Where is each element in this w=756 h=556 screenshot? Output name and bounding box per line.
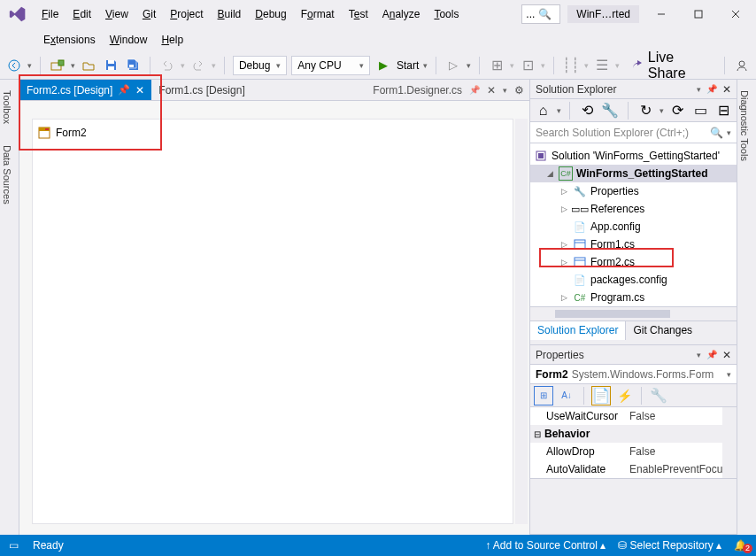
tree-appconfig[interactable]: 📄 App.config — [530, 218, 737, 236]
menu-edit[interactable]: Edit — [66, 4, 97, 24]
start-button[interactable]: ▶ — [374, 56, 392, 75]
expander-icon[interactable]: ▷ — [559, 205, 569, 213]
se-scope-icon[interactable]: ⟲ — [578, 101, 597, 120]
quick-search[interactable]: ... 🔍 — [521, 4, 560, 24]
expander-icon[interactable]: ▷ — [559, 240, 569, 249]
expander-icon[interactable]: ▷ — [559, 258, 569, 266]
window-close[interactable] — [721, 3, 751, 26]
se-showall-icon[interactable]: ▭ — [691, 101, 710, 120]
solution-explorer-header[interactable]: Solution Explorer ▾ 📌 ✕ — [530, 80, 737, 99]
prop-allowdrop[interactable]: AllowDrop False — [530, 443, 722, 460]
close-tab-icon[interactable]: ✕ — [135, 84, 144, 97]
spacing-button[interactable]: ┊┊ — [562, 56, 580, 75]
menu-analyze[interactable]: Analyze — [376, 4, 427, 24]
sizing-button[interactable]: ⊡ — [519, 56, 536, 75]
se-sync-icon[interactable]: ⟳ — [668, 101, 687, 120]
platform-combo[interactable]: Any CPU▾ — [291, 56, 370, 75]
prop-autovalidate[interactable]: AutoValidate EnablePreventFocu — [530, 460, 722, 478]
notifications-bell[interactable]: 🔔 2 — [734, 539, 747, 552]
pin-icon[interactable]: 📌 — [118, 84, 130, 96]
inactive-tab-form1-designer[interactable]: Form1.Designer.cs — [373, 84, 462, 97]
expander-icon[interactable]: ▷ — [559, 293, 569, 302]
tab-form2-design[interactable]: Form2.cs [Design] 📌 ✕ — [19, 80, 151, 100]
align-button[interactable]: ⊞ — [488, 56, 505, 75]
tab-form1-design[interactable]: Form1.cs [Design] — [151, 80, 251, 100]
menu-tools[interactable]: Tools — [428, 4, 465, 24]
add-source-control[interactable]: ↑ Add to Source Control ▴ — [485, 539, 606, 552]
menu-file[interactable]: FFileile — [35, 4, 65, 24]
close-icon[interactable]: ✕ — [722, 349, 731, 361]
save-button[interactable] — [102, 56, 120, 75]
props-alpha-icon[interactable]: A↓ — [557, 386, 576, 405]
tree-solution-root[interactable]: Solution 'WinForms_GettingStarted' — [530, 147, 737, 165]
menu-debug[interactable]: Debug — [249, 4, 292, 24]
menu-project[interactable]: Project — [164, 4, 209, 24]
se-hscrollbar[interactable] — [530, 306, 737, 320]
prop-usewaitcursor[interactable]: UseWaitCursor False — [530, 407, 722, 425]
tree-properties[interactable]: ▷ 🔧 Properties — [530, 182, 737, 200]
redo-button[interactable] — [189, 56, 207, 75]
start-nodebug-button[interactable]: ▷ — [444, 56, 462, 75]
collapse-icon[interactable]: ⊟ — [534, 429, 541, 439]
panel-dropdown-icon[interactable]: ▾ — [697, 351, 701, 359]
pin-icon[interactable]: 📌 — [706, 84, 717, 94]
expander-icon[interactable]: ◢ — [544, 169, 555, 178]
menu-window[interactable]: Window — [104, 30, 154, 50]
account-button[interactable] — [733, 56, 751, 75]
undo-dropdown[interactable]: ▾ — [181, 61, 185, 70]
expander-icon[interactable]: ▷ — [559, 187, 569, 196]
solution-name-pill[interactable]: WinF…rted — [567, 5, 639, 23]
window-minimize[interactable] — [646, 3, 676, 26]
start-label[interactable]: Start — [397, 59, 419, 72]
close-icon[interactable]: ✕ — [722, 83, 731, 96]
menu-help[interactable]: Help — [155, 30, 189, 50]
props-object-combo[interactable]: Form2 System.Windows.Forms.Form ▾ — [530, 365, 737, 384]
start-nodebug-dropdown[interactable]: ▾ — [467, 61, 471, 70]
config-combo[interactable]: Debug▾ — [233, 56, 287, 75]
se-tab[interactable]: Solution Explorer — [530, 321, 626, 340]
props-vscrollbar[interactable] — [722, 407, 737, 478]
nav-back-dropdown[interactable]: ▾ — [27, 61, 32, 70]
close-icon[interactable]: ✕ — [487, 84, 496, 97]
se-home-icon[interactable]: ⌂ — [534, 101, 552, 120]
data-sources-tab[interactable]: Data Sources — [0, 140, 19, 210]
window-maximize[interactable] — [683, 3, 714, 26]
open-button[interactable] — [80, 56, 97, 75]
se-refresh-icon[interactable]: ↻ — [636, 101, 655, 120]
solution-search-input[interactable]: Search Solution Explorer (Ctrl+;) 🔍 ▾ — [530, 122, 737, 143]
tree-form2[interactable]: ▷ Form2.cs — [530, 253, 737, 271]
select-repo[interactable]: ⛁ Select Repository ▴ — [618, 539, 721, 552]
editor-vscrollbar[interactable] — [515, 119, 528, 524]
start-dropdown[interactable]: ▾ — [423, 61, 428, 70]
panel-dropdown-icon[interactable]: ▾ — [697, 85, 701, 94]
props-prop-icon[interactable]: 📄 — [591, 386, 611, 405]
redo-dropdown[interactable]: ▾ — [212, 61, 216, 70]
tree-project[interactable]: ◢ C# WinForms_GettingStarted — [530, 165, 737, 182]
tree-references[interactable]: ▷ ▭▭ References — [530, 200, 737, 218]
props-wrench-icon[interactable]: 🔧 — [649, 386, 668, 405]
tab-gear-icon[interactable]: ⚙ — [514, 84, 524, 97]
menu-test[interactable]: Test — [343, 4, 374, 24]
menu-format[interactable]: Format — [295, 4, 341, 24]
pin-icon[interactable]: 📌 — [706, 350, 717, 359]
props-categorized-icon[interactable]: ⊞ — [534, 386, 553, 405]
properties-header[interactable]: Properties ▾ 📌 ✕ — [530, 345, 737, 365]
prop-category-behavior[interactable]: ⊟ Behavior — [530, 425, 722, 443]
tree-form1[interactable]: ▷ Form1.cs — [530, 236, 737, 253]
se-collapse-icon[interactable]: ⊟ — [714, 101, 733, 120]
new-project-dropdown[interactable]: ▾ — [71, 61, 75, 70]
nav-back-button[interactable] — [5, 56, 23, 75]
props-events-icon[interactable]: ⚡ — [614, 386, 634, 405]
tree-packages[interactable]: 📄 packages.config — [530, 271, 737, 289]
tab-dropdown[interactable]: ▾ — [503, 86, 507, 95]
menu-git[interactable]: Git — [136, 4, 162, 24]
save-all-button[interactable] — [124, 56, 142, 75]
diagnostic-tools-tab[interactable]: Diagnostic Tools — [737, 85, 756, 166]
menu-view[interactable]: View — [99, 4, 135, 24]
pin-icon[interactable]: 📌 — [469, 85, 480, 95]
git-changes-tab[interactable]: Git Changes — [626, 321, 699, 340]
new-project-button[interactable] — [49, 56, 66, 75]
order-button[interactable]: ☰ — [593, 56, 611, 75]
undo-button[interactable] — [158, 56, 176, 75]
menu-build[interactable]: Build — [212, 4, 248, 24]
